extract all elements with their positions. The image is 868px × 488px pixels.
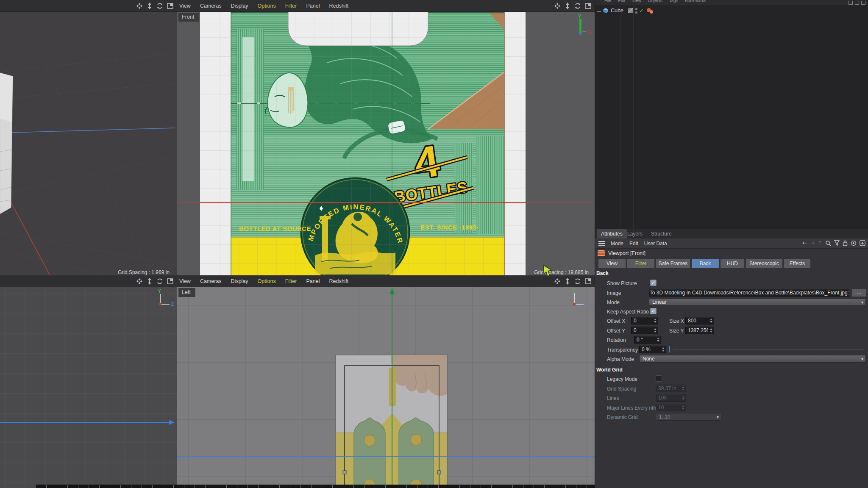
edit-menu[interactable]: Edit — [629, 241, 638, 247]
menu-view[interactable]: View — [632, 0, 641, 3]
maximize-view-icon[interactable] — [585, 3, 591, 9]
menu-redshift[interactable]: Redshift — [329, 3, 348, 9]
rotate-view-icon[interactable] — [574, 3, 581, 9]
up-arrow-icon[interactable]: ↑ — [818, 240, 822, 246]
pan-view-icon[interactable] — [136, 278, 143, 285]
section-tab-safe-frames[interactable]: Safe Frames — [656, 259, 690, 268]
menu-filter[interactable]: Filter — [285, 278, 297, 284]
back-arrow-icon[interactable]: ← — [802, 240, 807, 246]
offset-x-field[interactable]: 0 — [631, 317, 658, 324]
menu-edit[interactable]: Edit — [618, 0, 625, 3]
section-tab-effects[interactable]: Effects — [784, 259, 810, 268]
dolly-view-icon[interactable] — [565, 278, 570, 285]
menu-filter[interactable]: Filter — [285, 3, 297, 9]
object-row-cube[interactable]: Cube ✓ — [596, 6, 654, 15]
maximize-view-icon[interactable] — [167, 3, 173, 9]
menu-cameras[interactable]: Cameras — [200, 278, 222, 284]
legacy-mode-checkbox[interactable] — [656, 375, 662, 382]
cinema4d-window: Grid Spacing : 1.969 in Y Z — [0, 0, 868, 488]
menu-bookmarks[interactable]: Bookmarks — [685, 0, 706, 3]
backdrop-photo-box-side — [336, 355, 447, 488]
size-y-field[interactable]: 1387.256 — [685, 327, 714, 334]
pan-view-icon[interactable] — [554, 278, 561, 285]
dolly-view-icon[interactable] — [147, 3, 153, 9]
axis-gizmo: Y Z — [572, 288, 588, 307]
phong-tag-icon[interactable] — [646, 8, 654, 14]
tab-attributes[interactable]: Attributes — [597, 229, 627, 238]
rotate-view-icon[interactable] — [156, 278, 163, 285]
alpha-mode-dropdown[interactable]: None▾ — [639, 355, 866, 363]
maximize-view-icon[interactable] — [585, 278, 591, 284]
rotate-view-icon[interactable] — [574, 278, 581, 285]
menu-options[interactable]: Options — [258, 278, 276, 284]
keep-aspect-ratio-checkbox[interactable] — [650, 308, 657, 314]
perspective-viewport-header — [0, 0, 177, 12]
front-viewport[interactable]: Front — [177, 12, 595, 275]
object-name[interactable]: Cube — [611, 8, 623, 14]
size-x-field[interactable]: 800 — [685, 317, 714, 324]
lock-icon[interactable] — [843, 240, 848, 246]
bottom-left-viewport-header — [0, 275, 177, 287]
section-tab-back[interactable]: Back — [692, 259, 719, 268]
grid-spacing-label: Grid Spacing — [607, 386, 636, 392]
rotate-view-icon[interactable] — [156, 3, 163, 9]
show-picture-checkbox[interactable] — [650, 280, 657, 286]
dolly-view-icon[interactable] — [147, 278, 153, 285]
tab-structure[interactable]: Structure — [647, 229, 676, 238]
z-axis-line — [11, 128, 175, 133]
svg-text:Y: Y — [578, 14, 581, 19]
keep-aspect-ratio-label: Keep Aspect Ratio — [607, 309, 649, 315]
menu-display[interactable]: Display — [231, 278, 248, 284]
perspective-viewport[interactable]: Grid Spacing : 1.969 in — [0, 12, 177, 275]
tab-layers[interactable]: Layers — [623, 229, 647, 238]
section-tab-hud[interactable]: HUD — [721, 259, 744, 268]
section-tab-filter[interactable]: Filter — [627, 259, 654, 268]
menu-options[interactable]: Options — [258, 3, 276, 9]
object-manager[interactable]: Cube ✓ — [595, 5, 868, 229]
mode-menu[interactable]: Mode — [611, 241, 623, 247]
menu-view[interactable]: View — [179, 278, 191, 284]
cube-object-perspective[interactable] — [0, 73, 13, 214]
section-tab-view[interactable]: View — [598, 259, 626, 268]
transparency-slider[interactable] — [673, 349, 864, 350]
left-viewport-menubar: View Cameras Display Options Filter Pane… — [177, 278, 348, 284]
enabled-check-icon[interactable]: ✓ — [639, 8, 644, 14]
menu-file[interactable]: File — [604, 0, 611, 3]
edge-handle[interactable] — [437, 471, 441, 474]
add-panel-icon[interactable] — [860, 240, 865, 246]
menu-view[interactable]: View — [179, 3, 191, 9]
image-path-field[interactable]: :tion To 3D Modeling In C4D Downloads\Re… — [649, 289, 849, 297]
left-viewport-header: View Cameras Display Options Filter Pane… — [177, 275, 595, 287]
pan-view-icon[interactable] — [136, 3, 143, 9]
visibility-dots[interactable] — [635, 8, 637, 14]
hamburger-menu-icon[interactable] — [598, 241, 605, 246]
menu-display[interactable]: Display — [231, 3, 248, 9]
edge-handle[interactable] — [343, 471, 346, 474]
pan-view-icon[interactable] — [554, 3, 561, 9]
filter-funnel-icon[interactable] — [834, 240, 840, 246]
menu-cameras[interactable]: Cameras — [200, 3, 222, 9]
search-icon[interactable] — [825, 240, 831, 246]
layer-state-icon[interactable] — [628, 8, 633, 13]
target-icon[interactable] — [851, 240, 857, 246]
offset-y-field[interactable]: 0 — [631, 327, 658, 334]
mode-dropdown[interactable]: Linear▾ — [649, 298, 866, 306]
menu-objects[interactable]: Objects — [648, 0, 662, 3]
timeline-ruler[interactable] — [36, 485, 595, 488]
menu-panel[interactable]: Panel — [306, 278, 320, 284]
section-tab-stereoscopic[interactable]: Stereoscopic — [746, 259, 782, 268]
menu-panel[interactable]: Panel — [306, 3, 320, 9]
dolly-view-icon[interactable] — [565, 3, 570, 9]
manager-corner-icons[interactable] — [849, 1, 865, 5]
rotation-field[interactable]: 0 ° — [634, 336, 661, 344]
bottom-left-viewport[interactable]: Y Z — [0, 287, 177, 488]
menu-tags[interactable]: Tags — [669, 0, 678, 3]
menu-redshift[interactable]: Redshift — [329, 278, 348, 284]
image-browse-button[interactable]: ... — [852, 289, 866, 297]
maximize-view-icon[interactable] — [167, 278, 173, 284]
user-data-menu[interactable]: User Data — [644, 241, 667, 247]
left-viewport[interactable]: Left — [177, 287, 595, 488]
transparency-field[interactable]: 0 % — [639, 346, 666, 353]
forward-arrow-icon[interactable]: → — [810, 240, 815, 246]
dynamic-grid-dropdown[interactable]: 1..10▾ — [656, 413, 721, 421]
